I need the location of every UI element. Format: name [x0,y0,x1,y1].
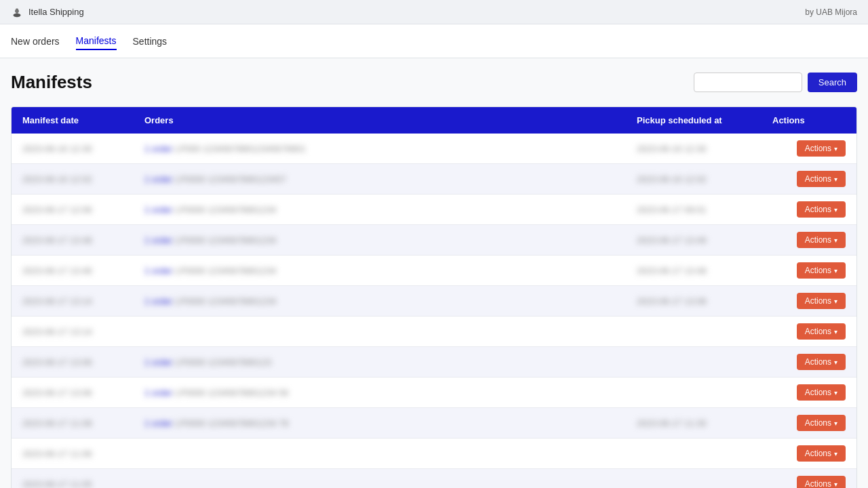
cell-manifest-date: 2023-06-17 13:46 [12,256,134,286]
svg-point-1 [14,13,21,16]
nav-new-orders[interactable]: New orders [11,33,60,49]
cell-pickup-scheduled: 2023-06-17 11:30 [626,408,762,439]
brand-icon [11,6,23,18]
nav-bar: New orders Manifests Settings [0,24,868,58]
actions-button[interactable]: Actions [797,293,846,309]
cell-pickup-scheduled: 2023-06-17 13:48 [626,256,762,286]
col-header-manifest-date: Manifest date [12,107,134,134]
cell-actions: Actions [762,195,856,225]
cell-pickup-scheduled: 2023-06-17 13:08 [626,286,762,317]
cell-pickup-scheduled [626,347,762,378]
brand: Itella Shipping [11,6,84,18]
cell-actions: Actions [762,225,856,256]
cell-manifest-date: 2023-06-17 13:06 [12,347,134,378]
table-row: 2023-06-17 13:141 order LP0000 123456789… [12,286,856,317]
search-button[interactable]: Search [808,73,857,92]
manifests-table-container: Manifest date Orders Pickup scheduled at… [11,106,857,488]
brand-name: Itella Shipping [28,7,84,17]
actions-button[interactable]: Actions [797,201,846,218]
cell-orders: 1 order LP0000 12345678901234 56 [134,378,626,408]
cell-orders: 1 order LP0000 12345678901234 [134,286,626,317]
cell-pickup-scheduled: 2023-06-16 12:30 [626,134,762,164]
cell-actions: Actions [762,347,856,378]
cell-actions: Actions [762,317,856,347]
cell-actions: Actions [762,408,856,439]
actions-button[interactable]: Actions [797,445,846,462]
nav-manifests[interactable]: Manifests [76,33,117,50]
actions-button[interactable]: Actions [797,415,846,431]
actions-button[interactable]: Actions [797,232,846,248]
cell-orders: 1 order LP0000 12345678901234 78 [134,408,626,439]
nav-settings[interactable]: Settings [133,33,167,49]
cell-orders: 1 order LP0000 12345678901234 [134,225,626,256]
cell-manifest-date: 2023-06-17 11:08 [12,408,134,439]
cell-actions: Actions [762,439,856,469]
cell-manifest-date: 2023-06-17 13:14 [12,317,134,347]
page-title: Manifests [11,72,92,93]
cell-actions: Actions [762,256,856,286]
table-row: 2023-06-17 13:061 order LP0000 123456789… [12,378,856,408]
cell-actions: Actions [762,469,856,489]
cell-manifest-date: 2023-06-17 13:14 [12,286,134,317]
manifests-table: Manifest date Orders Pickup scheduled at… [12,107,856,488]
cell-manifest-date: 2023-06-17 13:48 [12,225,134,256]
search-input[interactable] [694,73,802,92]
actions-button[interactable]: Actions [797,262,846,279]
cell-manifest-date: 2023-06-17 12:06 [12,195,134,225]
cell-orders: 1 order LP0000 12345678901234 [134,195,626,225]
cell-pickup-scheduled [626,317,762,347]
search-area: Search [694,73,857,92]
table-row: 2023-06-16 12:301 order LP000 1234567890… [12,134,856,164]
cell-actions: Actions [762,378,856,408]
cell-pickup-scheduled [626,439,762,469]
cell-orders [134,317,626,347]
table-row: 2023-06-17 13:061 order LP0000 123456789… [12,347,856,378]
col-header-actions: Actions [762,107,856,134]
top-bar: Itella Shipping by UAB Mijora [0,0,868,24]
cell-manifest-date: 2023-06-17 11:05 [12,469,134,489]
cell-pickup-scheduled: 2023-06-17 09:01 [626,195,762,225]
cell-actions: Actions [762,164,856,195]
cell-orders: 1 order LP0000 12345678901234 [134,256,626,286]
cell-pickup-scheduled: 2023-06-17 13:49 [626,225,762,256]
actions-button[interactable]: Actions [797,323,846,340]
table-row: 2023-06-17 13:14Actions [12,317,856,347]
main-content: Manifests Search Manifest date Orders Pi… [0,58,868,488]
cell-manifest-date: 2023-06-17 11:06 [12,439,134,469]
top-bar-by: by UAB Mijora [805,7,857,17]
cell-manifest-date: 2023-06-16 12:02 [12,164,134,195]
col-header-orders: Orders [134,107,626,134]
table-row: 2023-06-17 11:05Actions [12,469,856,489]
cell-orders: 1 order LP0000 1234567890123 [134,347,626,378]
cell-manifest-date: 2023-06-17 13:06 [12,378,134,408]
cell-orders: 1 order LP0000 1234567890123457 [134,164,626,195]
cell-orders: 1 order LP000 123456789012345678901 [134,134,626,164]
table-row: 2023-06-16 12:021 order LP0000 123456789… [12,164,856,195]
actions-button[interactable]: Actions [797,354,846,370]
cell-pickup-scheduled [626,469,762,489]
cell-manifest-date: 2023-06-16 12:30 [12,134,134,164]
table-header-row: Manifest date Orders Pickup scheduled at… [12,107,856,134]
page-header: Manifests Search [11,72,857,93]
cell-actions: Actions [762,134,856,164]
cell-pickup-scheduled [626,378,762,408]
table-row: 2023-06-17 13:461 order LP0000 123456789… [12,256,856,286]
table-row: 2023-06-17 12:061 order LP0000 123456789… [12,195,856,225]
col-header-pickup: Pickup scheduled at [626,107,762,134]
table-row: 2023-06-17 11:06Actions [12,439,856,469]
table-row: 2023-06-17 11:081 order LP0000 123456789… [12,408,856,439]
cell-pickup-scheduled: 2023-06-16 12:02 [626,164,762,195]
actions-button[interactable]: Actions [797,140,846,157]
actions-button[interactable]: Actions [797,171,846,187]
actions-button[interactable]: Actions [797,476,846,488]
cell-actions: Actions [762,286,856,317]
table-row: 2023-06-17 13:481 order LP0000 123456789… [12,225,856,256]
cell-orders [134,439,626,469]
cell-orders [134,469,626,489]
svg-rect-2 [16,8,18,13]
actions-button[interactable]: Actions [797,384,846,401]
